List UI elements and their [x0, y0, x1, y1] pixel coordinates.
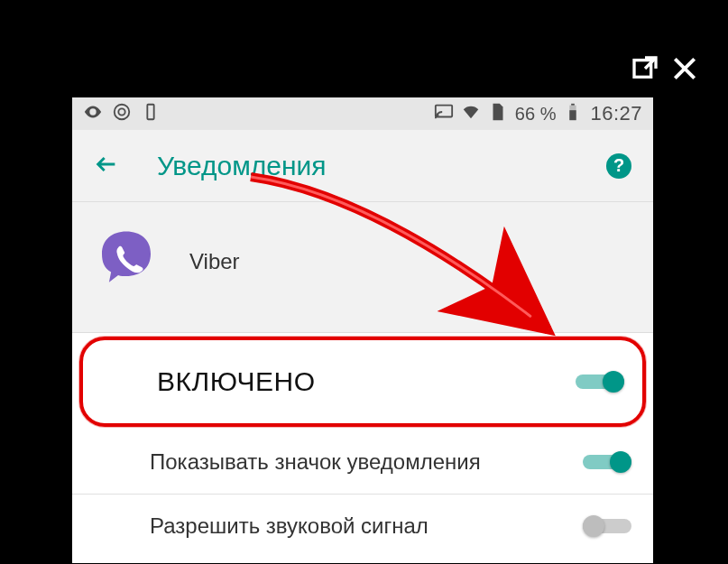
svg-rect-0 [634, 60, 651, 78]
back-arrow-icon[interactable] [94, 152, 119, 180]
phone-status-icon [141, 102, 161, 126]
status-time: 16:27 [590, 102, 642, 125]
cast-icon [434, 102, 454, 126]
toggle-sound[interactable] [583, 513, 631, 539]
setting-label-sound: Разрешить звуковой сигнал [94, 513, 583, 539]
app-name-label: Viber [189, 249, 240, 274]
wifi-icon [461, 102, 481, 126]
page-title: Уведомления [157, 151, 327, 181]
svg-rect-5 [570, 110, 576, 120]
help-icon[interactable]: ? [606, 153, 631, 179]
setting-label-badge: Показывать значок уведомления [94, 449, 583, 475]
device-screen: 66 % 16:27 Уведомления ? Viber ВКЛЮЧЕНО [70, 96, 655, 564]
viber-app-icon [94, 227, 159, 296]
svg-rect-6 [572, 103, 576, 105]
setting-row-badge[interactable]: Показывать значок уведомления [72, 430, 653, 494]
setting-row-sound[interactable]: Разрешить звуковой сигнал [72, 494, 653, 557]
sim-icon [488, 102, 508, 126]
sync-icon [112, 102, 132, 126]
setting-label-enabled: ВКЛЮЧЕНО [101, 366, 576, 397]
app-bar: Уведомления ? [72, 130, 653, 202]
eye-icon [83, 102, 103, 126]
svg-point-1 [115, 104, 130, 119]
toggle-badge[interactable] [583, 449, 631, 475]
app-info-row: Viber [72, 202, 653, 333]
battery-percent: 66 % [515, 104, 557, 125]
battery-icon [563, 102, 583, 126]
setting-row-enabled[interactable]: ВКЛЮЧЕНО [79, 338, 646, 425]
open-external-icon[interactable] [631, 54, 659, 87]
close-icon[interactable] [670, 54, 699, 87]
toggle-enabled[interactable] [576, 369, 624, 394]
svg-rect-2 [147, 104, 153, 119]
status-bar: 66 % 16:27 [72, 97, 653, 130]
